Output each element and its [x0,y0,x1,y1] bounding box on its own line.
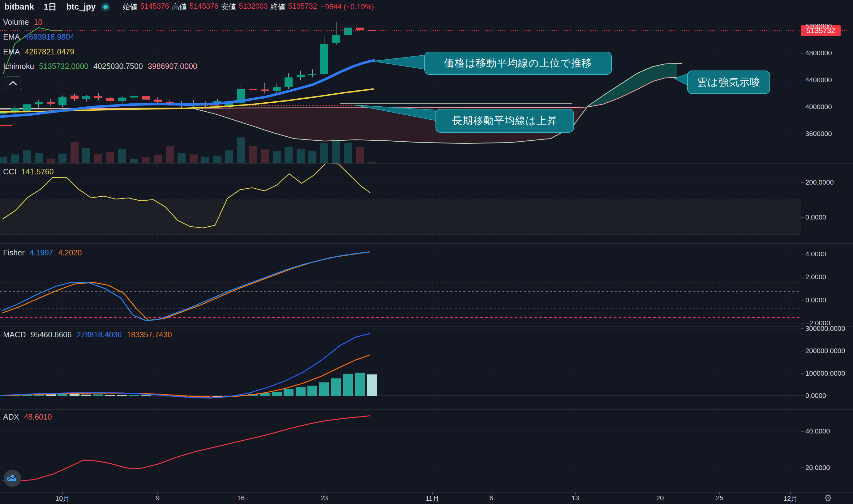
time-axis-label: 12月 [783,494,798,503]
close-value: 5135732 [288,2,317,12]
fisher-label: Fisher [3,248,24,257]
fisher-trigger-value: 4.2020 [58,248,82,257]
price-axis-label: 40.0000 [805,427,830,435]
macd-signal-value: 183357.7430 [127,330,172,339]
adx-label: ADX [3,413,19,421]
gear-icon[interactable]: ⚙ [824,492,832,503]
symbol-pair[interactable]: btc_jpy [67,2,96,12]
chevron-up-icon [8,80,18,86]
price-axis-label: 4400000 [805,76,832,84]
macd-label: MACD [3,330,26,339]
ichimoku-chikou-value: 5135732.0000 [39,62,88,71]
time-axis-label: 6 [489,494,493,502]
header-separator: · [38,3,40,11]
header-separator: · [60,3,63,11]
time-axis-label: 9 [156,494,160,502]
ohlc-readout: 始値5145376 高値5145376 安値5132003 終値5135732 [123,2,317,12]
price-axis-label: 200.0000 [805,178,834,186]
ema-slow-label: EMA [3,47,20,56]
legend-macd[interactable]: MACD 95460.6606 278818.4036 183357.7430 [3,330,172,339]
price-axis-label: 3600000 [805,130,832,138]
volume-label: Volume [3,18,29,26]
volume-value: 10 [34,18,42,26]
legend-ema-fast[interactable]: EMA 4693918.9804 [3,33,74,41]
chart-header: bitbank · 1日 · btc_jpy 始値5145376 高値51453… [4,1,374,12]
time-axis-label: 13 [571,494,579,502]
ichimoku-span-b-value: 3986907.0000 [148,62,197,71]
annotation-price-above-ma[interactable]: 価格は移動平均線の上位で推移 [424,52,612,75]
time-axis-label: 16 [237,494,245,502]
cloud-chart-icon [6,474,18,483]
time-axis-label: 25 [716,494,724,502]
annotation-cloud-bullish[interactable]: 雲は強気示唆 [687,71,770,94]
low-value: 5132003 [239,2,268,12]
high-value: 5145376 [190,2,218,12]
price-axis-label: 200000.0000 [805,347,845,355]
close-label: 終値 [271,2,285,12]
macd-line-value: 278818.4036 [77,330,122,339]
ichimoku-label: Ichimoku [3,62,34,71]
ema-fast-value: 4693918.9804 [25,33,74,41]
ema-slow-value: 4267821.0479 [25,47,74,56]
open-label: 始値 [123,2,137,12]
legend-volume[interactable]: Volume 10 [3,18,42,26]
legend-adx[interactable]: ADX 48.6010 [3,413,52,421]
collapse-pane-button[interactable] [4,76,22,90]
legend-ema-slow[interactable]: EMA 4267821.0479 [3,47,74,56]
change-value: −9644 (−0.19%) [321,2,374,11]
open-value: 5145376 [140,2,169,12]
fisher-value: 4.1997 [29,248,53,257]
adx-value: 48.6010 [24,413,52,421]
price-axis-label: 2.0000 [805,273,826,281]
time-axis-label: 10月 [55,494,70,503]
price-axis-label: 300000.0000 [805,325,845,333]
price-axis-label: 5200000 [805,22,832,30]
legend-cci[interactable]: CCI 141.5760 [3,167,54,176]
trading-chart-app: bitbank · 1日 · btc_jpy 始値5145376 高値51453… [0,0,853,504]
time-axis-label: 20 [656,494,664,502]
exchange-name[interactable]: bitbank [4,2,34,12]
ichimoku-span-a-value: 4025030.7500 [93,62,143,71]
time-axis-label: 23 [320,494,328,502]
cci-label: CCI [3,167,16,176]
price-axis-label: 4800000 [805,49,832,57]
legend-ichimoku[interactable]: Ichimoku 5135732.0000 4025030.7500 39869… [3,62,197,71]
high-label: 高値 [172,2,187,12]
price-axis-label: 20.0000 [805,464,830,472]
cci-value: 141.5760 [21,167,54,176]
price-axis-label: 0.0000 [805,213,826,221]
price-axis-label: 4.0000 [805,250,826,258]
price-axis-label: 0.0000 [805,296,826,304]
low-label: 安値 [221,2,236,12]
price-axis-label: 0.0000 [805,392,826,400]
market-status-icon [101,2,110,12]
price-axis-label: 100000.0000 [805,370,845,378]
macd-hist-value: 95460.6606 [31,330,72,339]
legend-fisher[interactable]: Fisher 4.1997 4.2020 [3,248,82,257]
price-axis-label: 4000000 [805,103,832,111]
timeframe[interactable]: 1日 [43,1,57,12]
annotation-longterm-ma-rising[interactable]: 長期移動平均線は上昇 [436,109,574,133]
tradingview-logo-icon[interactable] [4,470,21,487]
time-axis-label: 11月 [426,494,440,503]
ema-fast-label: EMA [3,33,20,41]
